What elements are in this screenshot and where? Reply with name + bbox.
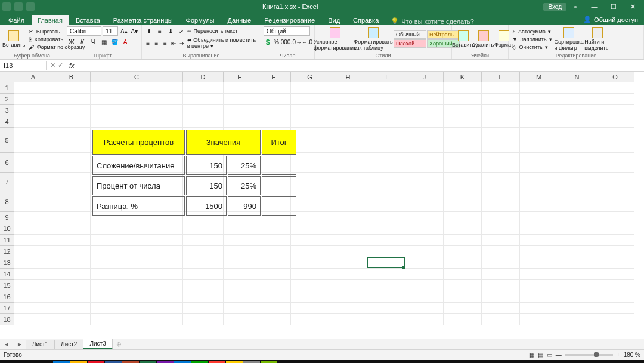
taskbar-app[interactable] [243, 361, 260, 364]
zoom-in-icon[interactable]: + [617, 352, 620, 358]
cell[interactable] [596, 269, 634, 280]
cell[interactable] [183, 291, 224, 303]
cell[interactable] [444, 212, 482, 223]
cell[interactable] [329, 223, 367, 235]
fx-icon[interactable]: fx [67, 62, 77, 69]
cell[interactable] [405, 192, 444, 212]
cell[interactable] [520, 173, 558, 192]
cell[interactable] [558, 173, 596, 192]
cell[interactable] [367, 314, 405, 325]
login-button[interactable]: Вход [543, 3, 566, 11]
table-cell[interactable] [262, 176, 296, 195]
cell[interactable] [256, 94, 291, 105]
cell[interactable] [224, 94, 256, 105]
tab-data[interactable]: Данные [221, 15, 257, 25]
maximize-icon[interactable]: ☐ [605, 0, 623, 13]
table-cell[interactable]: 25% [228, 176, 261, 195]
taskbar-app[interactable] [174, 361, 191, 364]
delete-cells-button[interactable]: Удалить [475, 27, 493, 52]
wrap-text-button[interactable]: ↩ Переносить текст [187, 28, 238, 34]
conditional-format-button[interactable]: Условное форматирование [317, 27, 353, 52]
cell[interactable] [329, 291, 367, 303]
cell[interactable] [444, 173, 482, 192]
align-left-icon[interactable]: ≡ [144, 38, 151, 48]
cell[interactable] [183, 314, 224, 325]
cell[interactable] [444, 269, 482, 280]
cell[interactable] [367, 257, 405, 269]
taskbar-app[interactable] [191, 361, 208, 364]
dec-decimal-icon[interactable]: ←.0 [302, 37, 312, 47]
font-color-icon[interactable]: A [120, 37, 130, 47]
cell[interactable] [52, 192, 91, 212]
row-header[interactable]: 2 [0, 94, 14, 105]
cell[interactable] [329, 235, 367, 246]
cell[interactable] [520, 314, 558, 325]
cell[interactable] [91, 223, 183, 235]
row-header[interactable]: 1 [0, 82, 14, 94]
cell[interactable] [224, 257, 256, 269]
cell[interactable] [183, 246, 224, 257]
redo-icon[interactable] [26, 2, 35, 11]
row-header[interactable]: 15 [0, 280, 14, 291]
cell[interactable] [183, 105, 224, 116]
row-header[interactable]: 3 [0, 105, 14, 116]
cell[interactable] [482, 153, 520, 173]
row-header[interactable]: 14 [0, 269, 14, 280]
column-header[interactable]: K [444, 72, 482, 82]
taskbar-app[interactable] [209, 361, 225, 364]
align-center-icon[interactable]: ≡ [153, 38, 160, 48]
zoom-out-icon[interactable]: — [556, 352, 562, 358]
cell[interactable] [596, 246, 634, 257]
cell[interactable] [52, 128, 91, 153]
cell[interactable] [367, 291, 405, 303]
cell[interactable] [405, 246, 444, 257]
indent-dec-icon[interactable]: ⇤ [170, 38, 177, 48]
column-header[interactable]: O [596, 72, 634, 82]
row-header[interactable]: 11 [0, 235, 14, 246]
cell[interactable] [596, 173, 634, 192]
column-header[interactable]: L [482, 72, 520, 82]
share-button[interactable]: 👤 Общий доступ [577, 14, 644, 25]
undo-icon[interactable] [14, 2, 23, 11]
cell[interactable] [291, 257, 329, 269]
cell[interactable] [596, 192, 634, 212]
cell[interactable] [52, 257, 91, 269]
cell[interactable] [91, 291, 183, 303]
cell[interactable] [291, 303, 329, 314]
align-right-icon[interactable]: ≡ [162, 38, 169, 48]
cell[interactable] [520, 212, 558, 223]
cell[interactable] [329, 116, 367, 128]
cell[interactable] [329, 246, 367, 257]
cell[interactable] [444, 280, 482, 291]
sheet-tab[interactable]: Лист2 [55, 340, 83, 349]
cell[interactable] [91, 82, 183, 94]
cell[interactable] [256, 269, 291, 280]
cell[interactable] [14, 235, 52, 246]
tab-file[interactable]: Файл [2, 15, 30, 25]
cell[interactable] [520, 116, 558, 128]
cell[interactable] [291, 223, 329, 235]
table-cell[interactable]: 150 [186, 156, 227, 175]
cell[interactable] [405, 153, 444, 173]
taskbar-app[interactable] [140, 361, 156, 364]
cell[interactable] [367, 269, 405, 280]
cell[interactable] [91, 257, 183, 269]
start-button[interactable] [1, 361, 18, 364]
cell[interactable] [558, 212, 596, 223]
cell[interactable] [91, 235, 183, 246]
cell[interactable] [224, 269, 256, 280]
row-header[interactable]: 6 [0, 153, 14, 173]
cell[interactable] [256, 235, 291, 246]
ribbon-options-icon[interactable]: ▫ [566, 0, 584, 13]
cell[interactable] [329, 105, 367, 116]
taskbar-app[interactable] [105, 361, 122, 364]
cell[interactable] [224, 246, 256, 257]
row-header[interactable]: 7 [0, 173, 14, 192]
taskview-icon[interactable]: ⊞ [36, 361, 52, 364]
cell[interactable] [482, 94, 520, 105]
cell[interactable] [256, 82, 291, 94]
cell[interactable] [482, 173, 520, 192]
tab-formulas[interactable]: Формулы [180, 15, 221, 25]
cell[interactable] [224, 116, 256, 128]
row-header[interactable]: 13 [0, 257, 14, 269]
